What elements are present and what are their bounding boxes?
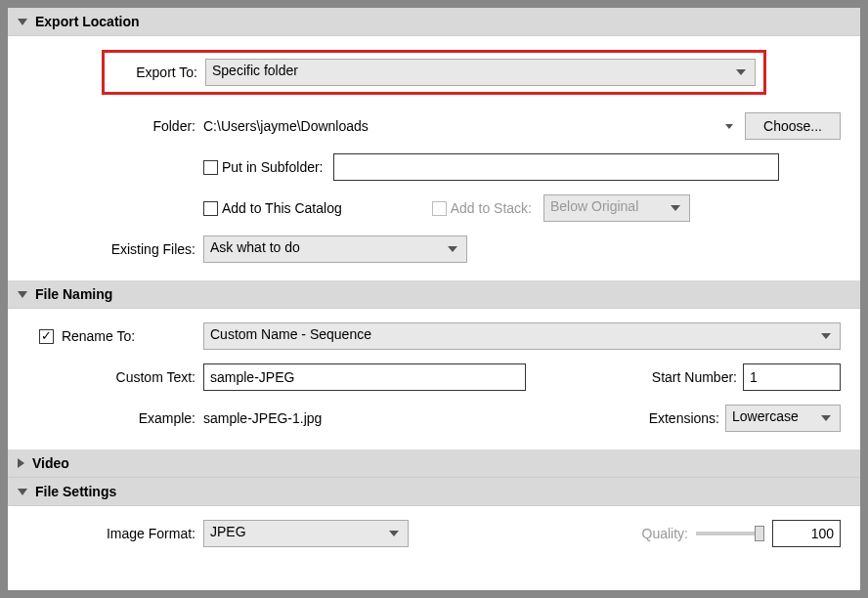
section-header-video[interactable]: Video — [8, 449, 860, 478]
section-title: Export Location — [35, 14, 140, 29]
custom-text-input[interactable] — [203, 363, 526, 391]
folder-path: C:\Users\jayme\Downloads — [203, 118, 369, 134]
example-label: Example: — [27, 410, 203, 426]
quality-slider[interactable] — [696, 532, 764, 535]
export-to-select[interactable]: Specific folder — [205, 59, 756, 86]
image-format-select[interactable]: JPEG — [203, 520, 409, 547]
start-number-label: Start Number: — [652, 369, 737, 385]
add-to-stack-checkbox — [432, 201, 447, 216]
section-header-export-location[interactable]: Export Location — [8, 8, 860, 36]
export-to-label: Export To: — [112, 64, 205, 80]
stack-position-select: Below Original — [543, 194, 690, 222]
disclosure-icon — [18, 19, 27, 25]
custom-text-label: Custom Text: — [27, 369, 203, 385]
slider-thumb[interactable] — [755, 526, 764, 541]
disclosure-icon — [18, 291, 27, 298]
extensions-label: Extensions: — [649, 410, 719, 426]
add-to-catalog-label: Add to This Catalog — [222, 200, 342, 216]
extensions-select[interactable]: Lowercase — [725, 405, 841, 432]
disclosure-icon — [18, 489, 27, 495]
quality-label: Quality: — [642, 526, 688, 541]
rename-to-label: Rename To: — [62, 328, 135, 344]
section-title: File Naming — [35, 286, 112, 302]
section-header-file-settings[interactable]: File Settings — [8, 478, 860, 506]
rename-template-select[interactable]: Custom Name - Sequence — [203, 322, 841, 350]
section-body-export-location: Export To: Specific folder Folder: C:\Us… — [8, 36, 860, 280]
section-body-file-naming: Rename To: Custom Name - Sequence Custom… — [8, 309, 860, 449]
add-to-catalog-checkbox[interactable] — [203, 201, 218, 216]
put-in-subfolder-checkbox[interactable] — [203, 160, 218, 175]
export-to-highlight: Export To: Specific folder — [102, 50, 766, 95]
existing-files-label: Existing Files: — [27, 241, 203, 257]
rename-to-checkbox[interactable] — [39, 329, 54, 344]
section-title: Video — [32, 455, 69, 471]
choose-button[interactable]: Choose... — [745, 112, 841, 140]
export-panel: Export Location Export To: Specific fold… — [8, 8, 860, 590]
section-header-file-naming[interactable]: File Naming — [8, 280, 860, 309]
subfolder-input[interactable] — [333, 153, 779, 181]
section-body-file-settings: Image Format: JPEG Quality: — [8, 506, 860, 551]
image-format-label: Image Format: — [27, 526, 203, 541]
folder-label: Folder: — [27, 118, 203, 134]
folder-dropdown-icon[interactable] — [725, 124, 733, 129]
disclosure-icon — [18, 458, 24, 468]
start-number-input[interactable] — [743, 363, 841, 391]
example-value: sample-JPEG-1.jpg — [203, 410, 322, 426]
existing-files-select[interactable]: Ask what to do — [203, 235, 467, 263]
quality-input[interactable] — [772, 520, 841, 547]
put-in-subfolder-label: Put in Subfolder: — [222, 159, 324, 175]
add-to-stack-label: Add to Stack: — [451, 200, 532, 216]
section-title: File Settings — [35, 484, 116, 499]
